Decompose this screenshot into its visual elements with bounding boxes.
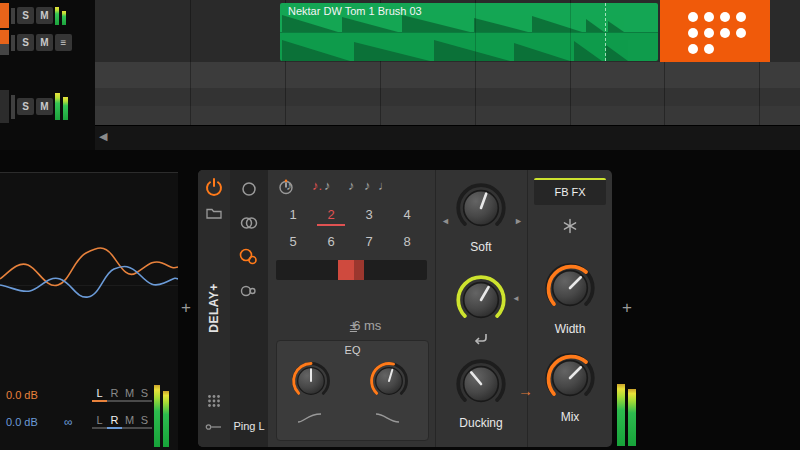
bitwig-window: S M S M ≡ S M	[0, 0, 800, 450]
beat-division-grid: 1 2 3 4 5 6 7 8	[274, 202, 426, 254]
solo-button[interactable]: S	[17, 98, 34, 115]
tick-note-icon: ♪	[364, 178, 371, 193]
track-color-tab[interactable]	[0, 30, 9, 55]
width-knob[interactable]	[544, 262, 596, 314]
infinity-icon[interactable]: ∞	[64, 415, 73, 429]
clip-waveform	[280, 35, 658, 61]
division-6[interactable]: 6	[312, 229, 350, 254]
ducking-knob[interactable]	[455, 358, 507, 410]
arranger-panel: S M S M ≡ S M	[0, 0, 800, 150]
soft-next-icon[interactable]: ►	[514, 216, 523, 226]
division-1[interactable]: 1	[274, 202, 312, 227]
soft-label: Soft	[435, 240, 527, 254]
clip-name: Nektar DW Tom 1 Brush 03	[288, 5, 422, 17]
channel-mode-M[interactable]: M	[122, 387, 137, 400]
feedback-modulation-icon[interactable]: ◄	[512, 294, 520, 303]
ducking-label: Ducking	[435, 416, 527, 430]
signal-flow-arrow-icon: →	[518, 382, 533, 399]
division-2-selected[interactable]: 2	[312, 202, 350, 227]
routing-out-icon[interactable]	[205, 422, 223, 432]
division-4[interactable]: 4	[388, 202, 426, 227]
dotted-note-icon[interactable]: ♪.	[312, 178, 322, 193]
division-3[interactable]: 3	[350, 202, 388, 227]
channel2-mode-group: L R M S	[92, 414, 152, 429]
channel-mode-L[interactable]: L	[92, 414, 107, 427]
eighth-note-icon[interactable]: ♪	[348, 178, 355, 193]
division-5[interactable]: 5	[274, 229, 312, 254]
tick-note-icon: ♪	[286, 178, 293, 193]
delay-time-section: ♪. ♪ ♩ 1 2 3 4 5 6 7 8 ♪ ♪ ♪ ± 6 ms	[268, 170, 435, 447]
track-fader-mini[interactable]	[11, 95, 15, 119]
device-title-strip: DELAY+	[198, 170, 230, 447]
track-menu-button[interactable]: ≡	[55, 34, 72, 51]
mode-mono-button[interactable]	[230, 180, 268, 198]
eq-section: EQ	[276, 340, 429, 441]
track-header-1[interactable]: S M	[0, 3, 66, 28]
add-device-left-button[interactable]: +	[181, 298, 191, 318]
track-color-tab[interactable]	[0, 3, 9, 28]
clip-loop-marker[interactable]	[605, 3, 606, 61]
scroll-left-button[interactable]: ◀	[99, 131, 107, 142]
preset-name[interactable]: Ping L	[230, 420, 268, 432]
channel-mode-S[interactable]: S	[137, 414, 152, 427]
mute-button[interactable]: M	[36, 7, 53, 24]
mode-pingpong-button-selected[interactable]	[230, 248, 268, 266]
oscilloscope-panel: 0.0 dB L R M S 0.0 dB ∞ L R M S	[0, 172, 178, 450]
track-fader-mini[interactable]	[11, 8, 15, 24]
channel2-gain-value[interactable]: 0.0 dB	[6, 416, 38, 428]
channel-mode-R[interactable]: R	[107, 387, 122, 400]
preset-folder-icon[interactable]	[206, 206, 222, 219]
soft-knob[interactable]	[455, 182, 507, 234]
feedback-knob[interactable]	[455, 274, 507, 326]
bitwig-logo-dots	[660, 0, 770, 62]
mode-dual-button[interactable]	[230, 282, 268, 300]
channel-mode-S[interactable]: S	[137, 387, 152, 400]
mode-stereo-button[interactable]	[230, 214, 268, 232]
time-offset-slider[interactable]	[276, 260, 427, 280]
channel-mode-L[interactable]: L	[92, 387, 107, 400]
freeze-snowflake-icon[interactable]	[562, 218, 578, 234]
track-lane-2[interactable]	[95, 62, 800, 88]
mix-knob[interactable]	[544, 352, 596, 404]
mute-button[interactable]: M	[36, 34, 53, 51]
clip-body-row[interactable]	[280, 33, 658, 61]
division-7[interactable]: 7	[350, 229, 388, 254]
feedback-return-icon[interactable]	[470, 332, 490, 346]
track-color-tab[interactable]	[0, 90, 9, 123]
mute-button[interactable]: M	[36, 98, 53, 115]
track-meter	[55, 7, 66, 25]
slider-handle[interactable]	[338, 260, 364, 280]
audio-clip[interactable]: Nektar DW Tom 1 Brush 03	[280, 3, 658, 61]
track-header-column: S M S M ≡ S M	[0, 0, 95, 150]
channel1-mode-group: L R M S	[92, 387, 152, 402]
low-shelf-curve-icon[interactable]	[297, 411, 323, 425]
add-device-right-button[interactable]: +	[622, 298, 632, 318]
eq-high-knob[interactable]	[369, 361, 409, 401]
quarter-note-icon[interactable]: ♩	[378, 178, 391, 193]
track-header-3[interactable]: S M	[0, 90, 68, 123]
device-title[interactable]: DELAY+	[198, 230, 230, 385]
channel1-gain-value[interactable]: 0.0 dB	[6, 389, 38, 401]
track-lane-3[interactable]	[95, 88, 800, 106]
horizontal-scrollbar[interactable]	[95, 125, 800, 151]
track-lane-4[interactable]	[95, 106, 800, 125]
remote-controls-icon[interactable]	[207, 394, 221, 408]
scope-waveforms	[0, 201, 178, 351]
soft-prev-icon[interactable]: ◄	[441, 216, 450, 226]
section-divider	[527, 170, 528, 447]
high-shelf-curve-icon[interactable]	[375, 411, 401, 425]
track-header-2[interactable]: S M ≡	[0, 30, 72, 55]
scope-level-meter	[154, 385, 169, 447]
solo-button[interactable]: S	[17, 34, 34, 51]
device-power-icon[interactable]	[204, 177, 224, 197]
clip-title-row[interactable]: Nektar DW Tom 1 Brush 03	[280, 3, 658, 33]
fbfx-chain-button[interactable]: FB FX	[534, 178, 606, 205]
solo-button[interactable]: S	[17, 7, 34, 24]
division-8[interactable]: 8	[388, 229, 426, 254]
time-offset-value[interactable]: ± 6 ms	[268, 310, 435, 324]
tick-note-icon: ♪	[324, 178, 331, 193]
track-fader-mini[interactable]	[11, 35, 15, 51]
eq-low-knob[interactable]	[291, 361, 331, 401]
channel-mode-M[interactable]: M	[122, 414, 137, 427]
channel-mode-R[interactable]: R	[107, 414, 122, 427]
